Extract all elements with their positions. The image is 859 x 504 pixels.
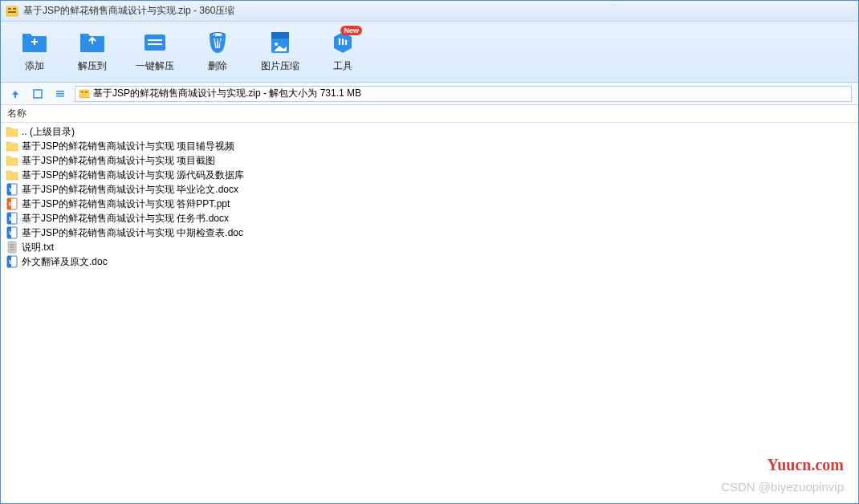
svg-rect-16 — [56, 91, 64, 92]
svg-rect-18 — [56, 96, 64, 97]
svg-text:W: W — [9, 259, 14, 265]
svg-text:W: W — [9, 216, 14, 222]
watermark-site: Yuucn.com — [767, 456, 844, 474]
file-name: 基于JSP的鲜花销售商城设计与实现 项目截图 — [22, 154, 215, 168]
one-click-extract-label: 一键解压 — [136, 59, 174, 73]
svg-text:W: W — [9, 230, 14, 236]
file-row[interactable]: 基于JSP的鲜花销售商城设计与实现 项目截图 — [1, 153, 858, 168]
file-row[interactable]: 基于JSP的鲜花销售商城设计与实现 源代码及数据库 — [1, 168, 858, 182]
delete-label: 删除 — [208, 59, 227, 73]
extract-to-icon — [78, 30, 107, 55]
app-icon — [6, 5, 18, 18]
zip-icon — [79, 88, 90, 100]
svg-text:W: W — [9, 187, 14, 193]
image-compress-icon — [266, 30, 295, 55]
path-box[interactable]: 基于JSP的鲜花销售商城设计与实现.zip - 解包大小为 731.1 MB — [75, 86, 852, 102]
window-title: 基于JSP的鲜花销售商城设计与实现.zip - 360压缩 — [23, 4, 234, 18]
svg-rect-7 — [148, 39, 162, 41]
path-text: 基于JSP的鲜花销售商城设计与实现.zip - 解包大小为 731.1 MB — [93, 87, 361, 100]
add-label: 添加 — [25, 59, 44, 73]
file-name: 基于JSP的鲜花销售商城设计与实现 答辩PPT.ppt — [22, 197, 230, 211]
file-name: 说明.txt — [22, 241, 54, 254]
svg-rect-2 — [13, 8, 16, 10]
svg-rect-11 — [271, 32, 289, 39]
toolbar: 添加 解压到 一键解压 删除 图片压缩 New 工具 — [1, 22, 858, 83]
svg-rect-1 — [8, 8, 11, 10]
svg-rect-17 — [56, 93, 64, 95]
watermark-csdn: CSDN @biyezuopinvip — [721, 480, 844, 494]
extract-to-button[interactable]: 解压到 — [78, 30, 107, 73]
one-click-extract-icon — [140, 30, 169, 55]
ppt-icon: P — [6, 197, 18, 210]
svg-rect-21 — [85, 91, 88, 93]
new-badge: New — [340, 26, 362, 35]
view-large-icon[interactable] — [30, 86, 46, 102]
svg-point-13 — [339, 39, 341, 41]
file-row[interactable]: W基于JSP的鲜花销售商城设计与实现 毕业论文.docx — [1, 182, 858, 197]
delete-button[interactable]: 删除 — [203, 30, 232, 73]
file-row[interactable]: W基于JSP的鲜花销售商城设计与实现 中期检查表.doc — [1, 226, 858, 240]
docx-icon: W — [6, 212, 18, 225]
folder-icon — [6, 169, 18, 181]
file-name: 外文翻译及原文.doc — [22, 255, 108, 269]
file-name: 基于JSP的鲜花销售商城设计与实现 任务书.docx — [22, 212, 229, 226]
folder-icon — [6, 154, 18, 167]
file-row[interactable]: 说明.txt — [1, 240, 858, 254]
file-name: 基于JSP的鲜花销售商城设计与实现 中期检查表.doc — [22, 226, 243, 240]
file-row[interactable]: 基于JSP的鲜花销售商城设计与实现 项目辅导视频 — [1, 139, 858, 153]
add-button[interactable]: 添加 — [20, 30, 49, 73]
delete-icon — [203, 30, 232, 55]
svg-text:P: P — [9, 201, 13, 207]
svg-point-14 — [345, 40, 348, 43]
up-button[interactable] — [7, 86, 23, 102]
one-click-extract-button[interactable]: 一键解压 — [136, 30, 174, 73]
file-row[interactable]: W基于JSP的鲜花销售商城设计与实现 任务书.docx — [1, 211, 858, 226]
image-compress-label: 图片压缩 — [261, 59, 299, 73]
file-row[interactable]: W外文翻译及原文.doc — [1, 254, 858, 269]
file-name: .. (上级目录) — [22, 125, 75, 139]
docx-icon: W — [6, 255, 18, 268]
file-name: 基于JSP的鲜花销售商城设计与实现 项目辅导视频 — [22, 140, 234, 153]
extract-to-label: 解压到 — [78, 59, 107, 73]
folder-icon — [6, 125, 18, 138]
svg-rect-6 — [145, 35, 165, 51]
view-list-icon[interactable] — [52, 86, 68, 102]
svg-rect-3 — [8, 11, 16, 13]
tools-label: 工具 — [333, 59, 352, 73]
svg-rect-5 — [34, 39, 35, 45]
docx-icon: W — [6, 183, 18, 196]
file-list: .. (上级目录)基于JSP的鲜花销售商城设计与实现 项目辅导视频基于JSP的鲜… — [1, 123, 858, 270]
svg-rect-19 — [79, 90, 89, 98]
add-icon — [20, 30, 49, 55]
nav-bar: 基于JSP的鲜花销售商城设计与实现.zip - 解包大小为 731.1 MB — [1, 83, 858, 105]
folder-icon — [6, 140, 18, 152]
svg-rect-15 — [34, 90, 42, 98]
image-compress-button[interactable]: 图片压缩 — [261, 30, 299, 73]
column-name: 名称 — [7, 107, 26, 120]
svg-rect-8 — [148, 43, 162, 45]
title-bar: 基于JSP的鲜花销售商城设计与实现.zip - 360压缩 — [1, 1, 858, 22]
svg-point-12 — [275, 43, 278, 46]
txt-icon — [6, 241, 18, 254]
tools-button[interactable]: New 工具 — [328, 30, 357, 73]
column-header[interactable]: 名称 — [1, 105, 858, 123]
file-name: 基于JSP的鲜花销售商城设计与实现 源代码及数据库 — [22, 169, 244, 182]
svg-rect-20 — [81, 91, 83, 93]
file-row[interactable]: .. (上级目录) — [1, 124, 858, 139]
docx-icon: W — [6, 226, 18, 239]
file-row[interactable]: P基于JSP的鲜花销售商城设计与实现 答辩PPT.ppt — [1, 197, 858, 211]
file-name: 基于JSP的鲜花销售商城设计与实现 毕业论文.docx — [22, 183, 238, 197]
